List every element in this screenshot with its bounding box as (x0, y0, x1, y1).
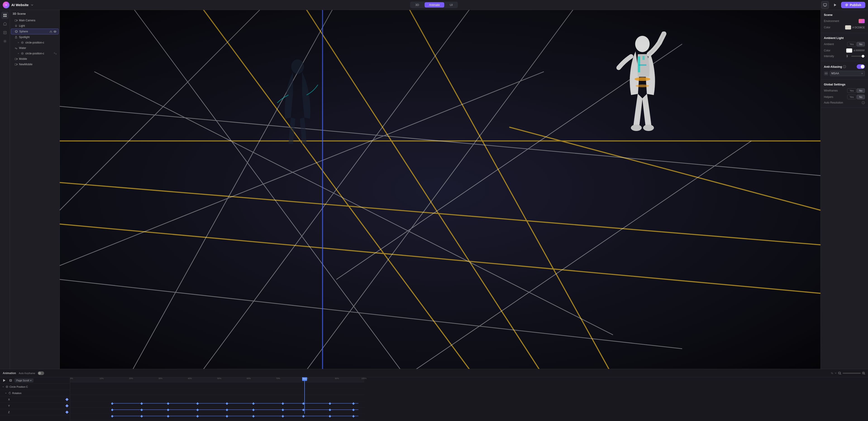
sidebar-btn-pages[interactable] (1, 29, 9, 36)
page-scroll-button[interactable]: Page Scroll (14, 378, 33, 383)
kf-x-3[interactable] (196, 402, 199, 405)
svg-rect-4 (3, 14, 5, 15)
sidebar-btn-scenes[interactable] (1, 12, 9, 19)
publish-button[interactable]: Publish (841, 2, 865, 8)
tree-item-label: Water (19, 47, 57, 50)
svg-point-46 (291, 59, 304, 74)
aa-toggle[interactable] (857, 64, 865, 69)
zoom-out-icon[interactable] (838, 372, 841, 375)
aa-dropdown-icon (824, 71, 828, 76)
rotation-expand[interactable] (4, 392, 7, 394)
kf-x-8[interactable] (329, 402, 331, 405)
sphere-actions (49, 30, 57, 33)
kf-y-0[interactable] (111, 409, 113, 411)
kf-x-4[interactable] (226, 402, 228, 405)
intensity-slider[interactable] (851, 56, 865, 57)
kf-z-9[interactable] (352, 415, 354, 417)
svg-line-59 (840, 374, 841, 374)
kf-y-9[interactable] (352, 409, 354, 411)
kf-x-6[interactable] (281, 402, 284, 405)
tree-item-circle-2[interactable]: circle-position-c (11, 51, 59, 56)
link-icon[interactable] (54, 52, 57, 55)
circle-icon-2 (21, 52, 24, 55)
viewport-canvas (60, 10, 820, 369)
kf-y-5[interactable] (252, 409, 254, 411)
track-circle-position-c[interactable]: Circle Position C (0, 384, 70, 390)
kf-z-3[interactable] (196, 415, 199, 417)
kf-z-5[interactable] (252, 415, 254, 417)
kf-z-7[interactable] (302, 415, 305, 417)
kf-y-1[interactable] (140, 409, 143, 411)
tree-item-sphere[interactable]: Sphere (11, 29, 59, 34)
kf-z-1[interactable] (140, 415, 143, 417)
svg-rect-23 (15, 58, 17, 60)
play-button[interactable] (2, 378, 7, 383)
wireframes-yes-button[interactable]: Yes (847, 88, 856, 93)
tree-item-newmobile[interactable]: NewMobile (11, 62, 59, 67)
tree-item-label: Spotlight (19, 35, 57, 39)
stop-button[interactable] (8, 378, 13, 383)
auto-resolution-help-icon[interactable]: ? (862, 101, 865, 104)
kf-z-8[interactable] (329, 415, 331, 417)
kf-y-4[interactable] (226, 409, 228, 411)
ambient-no-button[interactable]: No (857, 42, 865, 47)
kf-z-2[interactable] (167, 415, 169, 417)
sidebar-btn-assets[interactable] (1, 20, 9, 28)
screen-size-button[interactable] (821, 1, 829, 9)
lock-icon[interactable] (49, 30, 53, 33)
tree-item-main-camera[interactable]: Main Camera (11, 18, 59, 23)
zoom-slider[interactable] (843, 373, 861, 374)
kf-y-8[interactable] (329, 409, 331, 411)
aa-dropdown[interactable]: MSAA (830, 71, 865, 76)
rocket-icon (845, 3, 848, 6)
chevron-down-icon-zoom[interactable] (835, 372, 837, 374)
kf-y-3[interactable] (196, 409, 199, 411)
play-preview-button[interactable] (831, 1, 839, 9)
environment-swatch[interactable] (859, 19, 865, 23)
helpers-yes-button[interactable]: Yes (847, 95, 856, 99)
kf-z-6[interactable] (281, 415, 284, 417)
kf-z-4[interactable] (226, 415, 228, 417)
viewport[interactable] (60, 10, 820, 369)
color-swatch[interactable] (845, 25, 851, 30)
logo-icon[interactable] (3, 2, 9, 8)
scene-tree-header: 3D Scene (10, 10, 60, 18)
timeline-tracks-right[interactable]: 0% 10% 20% 30% 40% 50% 60% 70% 79.6 90% … (70, 377, 868, 421)
wireframes-no-button[interactable]: No (857, 88, 865, 93)
ambient-color-swatch[interactable] (846, 48, 852, 53)
ambient-yes-button[interactable]: Yes (847, 42, 856, 47)
kf-x-5[interactable] (252, 402, 254, 405)
kf-y-2[interactable] (167, 409, 169, 411)
sidebar-btn-settings[interactable] (1, 38, 9, 45)
auto-keyframe-toggle[interactable] (38, 371, 44, 375)
kf-x-9[interactable] (352, 402, 354, 405)
mode-animate-button[interactable]: Animate (425, 2, 444, 7)
zoom-in-icon[interactable] (862, 372, 865, 375)
kf-y-6[interactable] (281, 409, 284, 411)
chevron-down-icon[interactable] (31, 4, 33, 6)
tree-item-mobile[interactable]: Mobile (11, 56, 59, 62)
tree-item-water[interactable]: Water (11, 45, 59, 51)
mode-3d-button[interactable]: 3D (411, 2, 424, 7)
timeline-rotation-spacer (70, 395, 364, 401)
aa-header-row: Anti-Aliasing ? (824, 64, 865, 69)
expand-arrow[interactable] (17, 41, 20, 44)
svg-point-12 (16, 25, 17, 26)
light-icon (14, 24, 18, 27)
expand-arrow-2[interactable] (17, 52, 20, 55)
track-rotation[interactable]: Rotation (0, 390, 70, 396)
mode-ui-button[interactable]: UI (445, 2, 457, 7)
kf-x-0[interactable] (111, 402, 113, 405)
eye-icon[interactable] (53, 30, 57, 33)
helpers-no-button[interactable]: No (857, 95, 865, 99)
help-icon[interactable]: ? (843, 65, 846, 68)
tree-item-label: Light (19, 24, 57, 27)
kf-z-0[interactable] (111, 415, 113, 417)
tree-item-light[interactable]: Light (11, 23, 59, 29)
kf-x-1[interactable] (140, 402, 143, 405)
aa-title: Anti-Aliasing (824, 65, 842, 68)
tree-item-circle-1[interactable]: circle-position-c (11, 40, 59, 45)
collapse-arrow[interactable] (2, 386, 4, 388)
tree-item-spotlight[interactable]: Spotlight (11, 34, 59, 40)
kf-x-2[interactable] (167, 402, 169, 405)
